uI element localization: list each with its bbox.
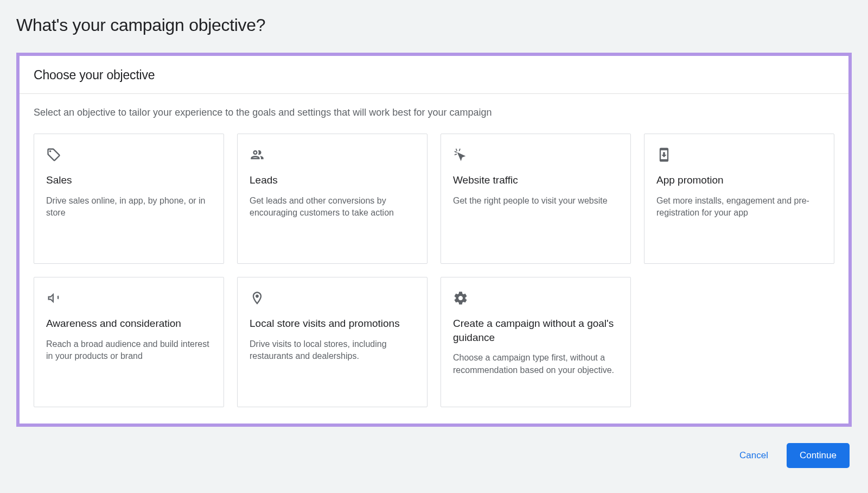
panel-title: Choose your objective: [34, 68, 834, 83]
app-download-icon: [656, 147, 672, 162]
continue-button[interactable]: Continue: [787, 443, 850, 468]
card-title: Sales: [46, 173, 212, 187]
panel-header: Choose your objective: [20, 56, 848, 94]
objective-panel: Choose your objective Select an objectiv…: [16, 53, 852, 427]
card-title: Local store visits and promotions: [250, 317, 415, 331]
objective-awareness[interactable]: Awareness and consideration Reach a broa…: [34, 277, 224, 407]
gear-icon: [453, 290, 468, 306]
card-desc: Drive visits to local stores, including …: [250, 338, 415, 363]
cancel-button[interactable]: Cancel: [732, 445, 776, 466]
footer-actions: Cancel Continue: [16, 443, 852, 468]
card-title: App promotion: [656, 173, 822, 187]
card-title: Website traffic: [453, 173, 618, 187]
objective-website-traffic[interactable]: Website traffic Get the right people to …: [441, 134, 631, 264]
card-desc: Get leads and other conversions by encou…: [250, 195, 415, 219]
page-title: What's your campaign objective?: [16, 15, 852, 35]
objective-no-goal[interactable]: Create a campaign without a goal's guida…: [441, 277, 631, 407]
megaphone-icon: [46, 290, 61, 306]
card-title: Awareness and consideration: [46, 317, 212, 331]
card-desc: Choose a campaign type first, without a …: [453, 352, 618, 376]
card-title: Leads: [250, 173, 415, 187]
card-desc: Drive sales online, in app, by phone, or…: [46, 195, 212, 219]
location-pin-icon: [250, 290, 265, 306]
objective-leads[interactable]: Leads Get leads and other conversions by…: [237, 134, 427, 264]
objective-sales[interactable]: Sales Drive sales online, in app, by pho…: [34, 134, 224, 264]
objective-card-grid: Sales Drive sales online, in app, by pho…: [34, 134, 834, 407]
card-desc: Get more installs, engagement and pre-re…: [656, 195, 822, 219]
card-desc: Get the right people to visit your websi…: [453, 195, 618, 207]
objective-local-store[interactable]: Local store visits and promotions Drive …: [237, 277, 427, 407]
objective-app-promotion[interactable]: App promotion Get more installs, engagem…: [644, 134, 834, 264]
panel-body: Select an objective to tailor your exper…: [20, 94, 848, 424]
click-icon: [453, 147, 468, 162]
card-desc: Reach a broad audience and build interes…: [46, 338, 212, 363]
people-icon: [250, 147, 265, 162]
tag-icon: [46, 147, 61, 162]
instructions-text: Select an objective to tailor your exper…: [34, 106, 834, 119]
card-title: Create a campaign without a goal's guida…: [453, 317, 618, 344]
